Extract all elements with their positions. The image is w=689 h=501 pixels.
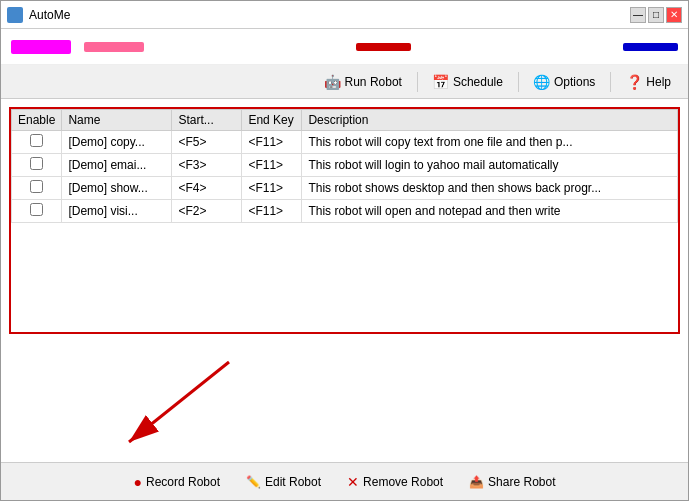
bottom-bar: ● Record Robot ✏️ Edit Robot ✕ Remove Ro… [1, 462, 688, 500]
edit-robot-button[interactable]: ✏️ Edit Robot [237, 471, 330, 493]
color-bar-pink [11, 40, 71, 54]
separator1 [417, 72, 418, 92]
cell-name: [Demo] show... [62, 177, 172, 200]
options-button[interactable]: 🌐 Options [525, 70, 604, 94]
cell-name: [Demo] emai... [62, 154, 172, 177]
edit-icon: ✏️ [246, 475, 261, 489]
col-header-enable: Enable [12, 110, 62, 131]
cell-endkey: <F11> [242, 154, 302, 177]
enable-checkbox[interactable] [30, 180, 43, 193]
toolbar: 🤖 Run Robot 📅 Schedule 🌐 Options ❓ Help [1, 65, 688, 99]
enable-checkbox[interactable] [30, 134, 43, 147]
record-icon: ● [134, 474, 142, 490]
minimize-button[interactable]: — [630, 7, 646, 23]
cell-description: This robot will open and notepad and the… [302, 200, 678, 223]
main-window: AutoMe — □ ✕ 🤖 Run Robot 📅 Schedule 🌐 [0, 0, 689, 501]
cell-description: This robot will copy text from one file … [302, 131, 678, 154]
cell-name: [Demo] copy... [62, 131, 172, 154]
cell-start: <F3> [172, 154, 242, 177]
help-label: Help [646, 75, 671, 89]
options-label: Options [554, 75, 595, 89]
color-bars-row [1, 29, 688, 65]
color-bar-red [356, 43, 411, 51]
window-title: AutoMe [29, 8, 70, 22]
robot-table-wrapper: Enable Name Start... End Key Description… [9, 107, 680, 334]
separator3 [610, 72, 611, 92]
title-controls: — □ ✕ [630, 7, 682, 23]
close-button[interactable]: ✕ [666, 7, 682, 23]
schedule-button[interactable]: 📅 Schedule [424, 70, 512, 94]
color-bar-blue [623, 43, 678, 51]
cell-start: <F5> [172, 131, 242, 154]
title-bar: AutoMe — □ ✕ [1, 1, 688, 29]
share-icon: 📤 [469, 475, 484, 489]
cell-endkey: <F11> [242, 177, 302, 200]
cell-enable [12, 131, 62, 154]
cell-name: [Demo] visi... [62, 200, 172, 223]
separator2 [518, 72, 519, 92]
remove-icon: ✕ [347, 474, 359, 490]
record-robot-label: Record Robot [146, 475, 220, 489]
help-button[interactable]: ❓ Help [617, 70, 680, 94]
cell-enable [12, 177, 62, 200]
arrow-area [9, 342, 680, 462]
table-row[interactable]: [Demo] show...<F4><F11>This robot shows … [12, 177, 678, 200]
edit-robot-label: Edit Robot [265, 475, 321, 489]
enable-checkbox[interactable] [30, 203, 43, 216]
run-robot-button[interactable]: 🤖 Run Robot [316, 70, 411, 94]
table-row[interactable]: [Demo] emai...<F3><F11>This robot will l… [12, 154, 678, 177]
col-header-start: Start... [172, 110, 242, 131]
robot-table: Enable Name Start... End Key Description… [11, 109, 678, 223]
enable-checkbox[interactable] [30, 157, 43, 170]
cell-endkey: <F11> [242, 131, 302, 154]
cell-start: <F2> [172, 200, 242, 223]
cell-description: This robot shows desktop and then shows … [302, 177, 678, 200]
remove-robot-label: Remove Robot [363, 475, 443, 489]
table-row[interactable]: [Demo] copy...<F5><F11>This robot will c… [12, 131, 678, 154]
remove-robot-button[interactable]: ✕ Remove Robot [338, 470, 452, 494]
schedule-icon: 📅 [433, 74, 449, 90]
maximize-button[interactable]: □ [648, 7, 664, 23]
cell-endkey: <F11> [242, 200, 302, 223]
col-header-endkey: End Key [242, 110, 302, 131]
record-robot-button[interactable]: ● Record Robot [125, 470, 230, 494]
color-bar-pink2 [84, 42, 144, 52]
table-row[interactable]: [Demo] visi...<F2><F11>This robot will o… [12, 200, 678, 223]
cell-enable [12, 200, 62, 223]
help-icon: ❓ [626, 74, 642, 90]
cell-start: <F4> [172, 177, 242, 200]
cell-enable [12, 154, 62, 177]
cell-description: This robot will login to yahoo mail auto… [302, 154, 678, 177]
svg-line-1 [129, 362, 229, 442]
col-header-desc: Description [302, 110, 678, 131]
run-robot-icon: 🤖 [325, 74, 341, 90]
share-robot-button[interactable]: 📤 Share Robot [460, 471, 564, 493]
schedule-label: Schedule [453, 75, 503, 89]
run-robot-label: Run Robot [345, 75, 402, 89]
share-robot-label: Share Robot [488, 475, 555, 489]
title-bar-left: AutoMe [7, 7, 70, 23]
app-icon [7, 7, 23, 23]
options-icon: 🌐 [534, 74, 550, 90]
col-header-name: Name [62, 110, 172, 131]
arrow-svg [69, 342, 269, 462]
main-content: Enable Name Start... End Key Description… [1, 99, 688, 462]
